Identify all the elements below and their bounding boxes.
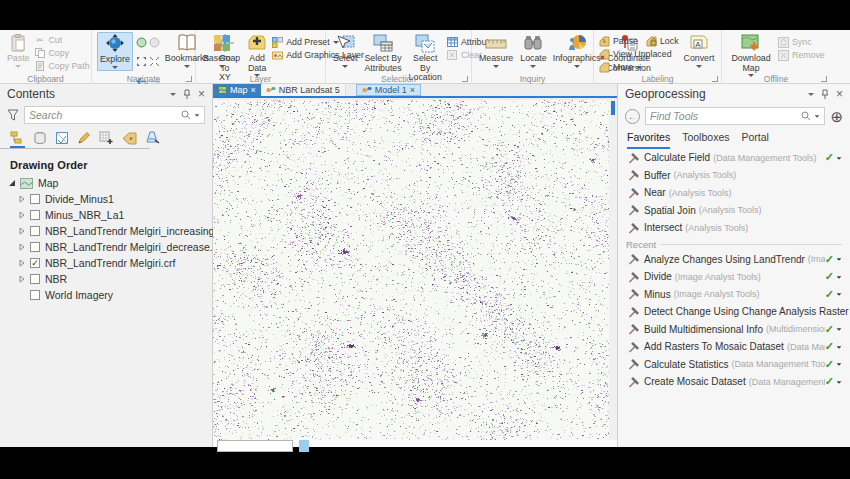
expander-collapsed-icon[interactable] [18,195,26,203]
tab-favorites[interactable]: Favorites [627,131,670,149]
list-by-labeling-icon[interactable] [122,130,137,148]
tool-options-caret[interactable] [837,157,842,159]
tool-row[interactable]: Divide (Image Analyst Tools) ✓ [618,268,850,286]
paste-button[interactable]: Paste [5,32,32,69]
layer-row[interactable]: NBR_LandTrendr Melgiri_increasing.crf [0,223,212,239]
tab-model-1[interactable]: Model 1 × [356,84,421,96]
expander-collapsed-icon[interactable] [18,243,26,251]
list-by-drawing-order-icon[interactable] [10,130,25,148]
pin-icon[interactable] [821,89,829,99]
tool-row[interactable]: Near (Analysis Tools) [618,184,850,202]
tool-options-caret[interactable] [837,364,842,366]
layer-checkbox[interactable] [30,210,40,220]
copy-path-button[interactable]: Copy Path [35,60,90,72]
add-tool-icon[interactable]: ⊕ [830,109,843,124]
navigate-dialog-launcher[interactable] [186,76,192,82]
tool-options-caret[interactable] [837,329,842,331]
remove-button[interactable]: Remove [778,49,825,61]
list-by-snapping-icon[interactable] [99,130,114,148]
tool-row[interactable]: Minus (Image Analyst Tools) ✓ [618,286,850,304]
tool-options-caret[interactable] [837,259,842,261]
layer-map[interactable]: Map [0,175,212,191]
tab-map[interactable]: Map × [213,84,261,96]
full-extent-icon[interactable] [136,34,147,52]
tool-row[interactable]: Intersect (Analysis Tools) [618,219,850,237]
tab-close-icon[interactable]: × [410,86,415,95]
tab-nbr-landsat-5[interactable]: NBR Landsat 5 [261,84,346,96]
search-options-caret[interactable] [815,115,820,117]
tab-close-icon[interactable]: × [251,86,256,95]
layer-checkbox[interactable] [30,274,40,284]
back-button[interactable]: ← [625,109,640,124]
close-icon[interactable]: × [836,89,843,99]
tab-toolboxes[interactable]: Toolboxes [682,131,729,149]
search-options-caret[interactable] [195,114,200,116]
tool-row[interactable]: Detect Change Using Change Analysis Rast… [618,303,850,321]
map-scale-input[interactable] [217,440,293,452]
add-data-button[interactable]: Add Data [245,32,269,78]
explore-button[interactable]: Explore [97,32,133,71]
pin-icon[interactable] [183,89,191,99]
filter-icon[interactable] [7,109,19,121]
map-scrollbar-thumb[interactable] [611,101,615,115]
extent-arrows-icon[interactable] [136,53,147,71]
list-by-data-source-icon[interactable] [33,130,47,148]
contents-search-input[interactable] [29,109,178,121]
close-icon[interactable]: × [198,89,205,99]
measure-button[interactable]: Measure [477,32,515,69]
tool-options-caret[interactable] [837,294,842,296]
pane-menu-icon[interactable] [170,93,176,96]
find-tools-input[interactable] [650,110,798,122]
selection-dialog-launcher[interactable] [462,76,468,82]
copy-button[interactable]: Copy [35,47,90,59]
download-map-button[interactable]: Download Map [727,32,775,78]
tool-row[interactable]: Buffer (Analysis Tools) [618,167,850,185]
layer-checkbox[interactable] [30,194,40,204]
expander-collapsed-icon[interactable] [18,211,26,219]
locate-button[interactable]: Locate [518,32,548,69]
convert-button[interactable]: A Convert [682,32,717,69]
tool-row[interactable]: Build Multidimensional Info (Multidimens… [618,321,850,339]
layer-checkbox[interactable] [30,226,40,236]
basemap-button[interactable]: Basemap [201,32,242,69]
tool-row[interactable]: Spatial Join (Analysis Tools) [618,202,850,220]
layer-checkbox[interactable]: ✓ [30,258,40,268]
list-by-editing-icon[interactable] [77,130,91,148]
tool-row[interactable]: Calculate Statistics (Data Management To… [618,356,850,374]
map-canvas-container[interactable] [213,100,609,440]
layer-row[interactable]: Divide_Minus1 [0,191,212,207]
pane-menu-icon[interactable] [808,93,814,96]
map-scrollbar[interactable] [609,100,617,440]
tool-options-caret[interactable] [837,381,842,383]
layer-row[interactable]: Minus_NBR_La1 [0,207,212,223]
tab-portal[interactable]: Portal [741,131,768,149]
tool-row[interactable]: Calculate Field (Data Management Tools) … [618,149,850,167]
expander-collapsed-icon[interactable] [18,227,26,235]
expander-collapsed-icon[interactable] [18,259,26,267]
tool-row[interactable]: Add Rasters To Mosaic Dataset (Data Mana… [618,338,850,356]
view-unplaced-button[interactable]: View Unplaced [599,48,679,60]
offline-dialog-launcher[interactable] [821,76,827,82]
lock-label-button[interactable]: Lock [646,35,679,47]
cut-button[interactable]: ✂ Cut [35,34,90,46]
expander-collapsed-icon[interactable] [18,275,26,283]
select-button[interactable]: Select [331,32,359,69]
tool-row[interactable]: Create Mosaic Dataset (Data Management T… [618,373,850,391]
extent-arrows2-icon[interactable] [149,53,160,71]
layer-row[interactable]: NBR [0,271,212,287]
tool-options-caret[interactable] [837,276,842,278]
layer-row[interactable]: ✓ NBR_LandTrendr Melgiri.crf [0,255,212,271]
list-by-selection-icon[interactable] [55,130,69,148]
fixed-zoom-icon[interactable] [149,34,160,52]
layer-row[interactable]: NBR_LandTrendr Melgiri_decrease.crf [0,239,212,255]
list-by-perspective-icon[interactable] [145,130,160,148]
select-by-attributes-button[interactable]: Select By Attributes [362,32,403,74]
map-canvas[interactable] [213,100,609,440]
tool-options-caret[interactable] [837,346,842,348]
more-label-button[interactable]: More [599,61,679,73]
layer-checkbox[interactable] [30,290,40,300]
map-status-button[interactable] [299,440,309,452]
pause-label-button[interactable]: Pause [599,35,638,47]
sync-button[interactable]: Sync [778,36,825,48]
layer-checkbox[interactable] [30,242,40,252]
